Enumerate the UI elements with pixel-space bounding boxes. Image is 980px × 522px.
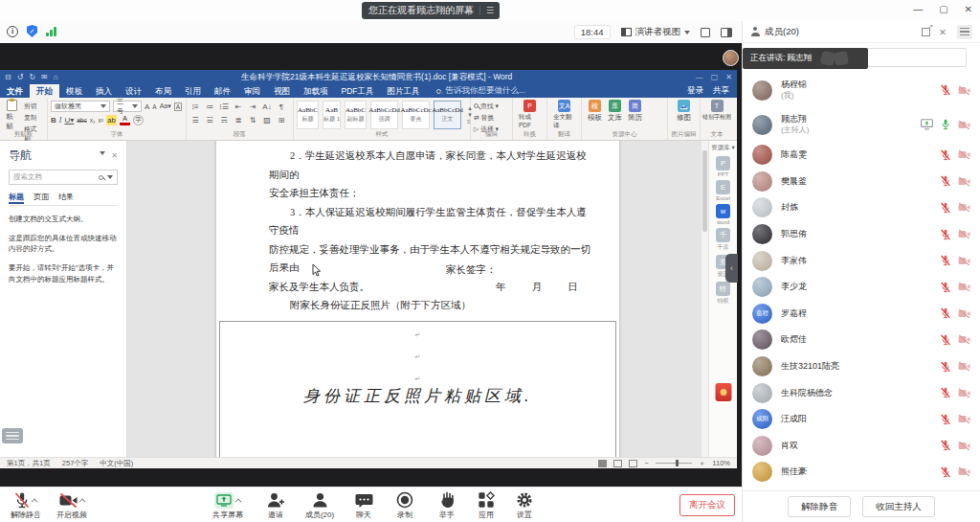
quick-access-toolbar[interactable]: ⊟ ↺ ↻ ✉ ⌂ <box>5 73 58 81</box>
member-mic-muted-icon[interactable] <box>940 282 951 293</box>
member-row-陈嘉雯[interactable]: 陈嘉雯 <box>743 142 980 169</box>
tellme-box[interactable]: 告诉我你想要做什么... <box>436 84 526 98</box>
member-row-生科院杨德念[interactable]: 生科院杨德念 <box>743 379 980 406</box>
numbering-icon[interactable]: ≔ <box>204 101 215 112</box>
mic-options-chevron[interactable] <box>32 498 38 505</box>
view-mode-selector[interactable]: 演讲者视图 <box>621 26 691 38</box>
toolbar-chat-button[interactable]: 聊天 <box>342 490 386 520</box>
undo-icon[interactable]: ↺ <box>17 73 24 81</box>
word-count[interactable]: 257个字 <box>62 459 89 468</box>
video-options-chevron[interactable] <box>78 498 85 505</box>
member-row-肖双[interactable]: 肖双 <box>743 433 980 460</box>
nav-tab-0[interactable]: 标题 <box>9 192 24 202</box>
multilevel-list-icon[interactable]: ⁝☰ <box>218 101 230 112</box>
word-tab-4[interactable]: 设计 <box>119 84 148 98</box>
word-tab-7[interactable]: 邮件 <box>208 84 237 98</box>
nav-tab-1[interactable]: 页面 <box>33 192 49 202</box>
cut-button[interactable]: 剪切 <box>24 102 42 111</box>
font-name-select[interactable]: 微软雅黑 <box>51 101 110 112</box>
borders-icon[interactable]: ⊞ <box>276 114 287 125</box>
word-tab-2[interactable]: 模板 <box>59 84 89 98</box>
member-mic-muted-icon[interactable] <box>940 414 951 425</box>
member-mic-on-icon[interactable] <box>940 119 951 130</box>
member-row-欧熠佳[interactable]: 欧熠佳 <box>743 327 980 353</box>
member-mic-muted-icon[interactable] <box>940 202 951 214</box>
share-options-chevron[interactable] <box>235 498 242 505</box>
change-case-icon[interactable]: Aa▾ <box>160 102 171 110</box>
zoom-level[interactable]: 110% <box>712 459 730 467</box>
member-mic-muted-icon[interactable] <box>940 387 951 398</box>
member-camera-off-icon[interactable] <box>958 120 970 130</box>
zoom-out-button[interactable]: − <box>644 459 648 467</box>
shrink-font-icon[interactable]: A <box>152 103 156 110</box>
member-camera-off-icon[interactable] <box>958 202 970 213</box>
security-shield-icon[interactable]: ✓ <box>27 25 37 37</box>
member-camera-off-icon[interactable] <box>958 308 970 319</box>
member-row-顾志翔[interactable]: 顾志翔(主持人) <box>743 107 980 142</box>
word-tab-11[interactable]: PDF工具 <box>335 84 381 98</box>
pane-toggle-button[interactable] <box>2 428 23 443</box>
bold-button[interactable]: B <box>51 116 56 125</box>
word-tab-12[interactable]: 图片工具 <box>381 84 427 98</box>
word-tab-10[interactable]: 加载项 <box>297 84 335 98</box>
member-row-汪成阳[interactable]: 成阳汪成阳 <box>743 406 980 433</box>
superscript-button[interactable]: x² <box>99 117 103 124</box>
template-button[interactable]: 模 模板 <box>585 100 605 131</box>
strikethrough-button[interactable]: abc <box>77 117 86 124</box>
side-tool-PPT[interactable]: P PPT <box>716 156 730 177</box>
language-indicator[interactable]: 中文(中国) <box>100 459 133 468</box>
member-mic-muted-icon[interactable] <box>940 84 951 96</box>
member-camera-off-icon[interactable] <box>958 282 970 292</box>
paste-button[interactable]: 粘贴 <box>3 100 22 131</box>
translate-button[interactable]: 文A 全文翻译 <box>550 100 578 130</box>
highlight-color-button[interactable]: ab <box>106 115 117 125</box>
bullets-icon[interactable]: ⁝≡ <box>189 101 201 112</box>
red-packet-icon[interactable] <box>715 383 731 401</box>
italic-button[interactable]: I <box>59 116 62 125</box>
sort-icon[interactable]: A↓ <box>261 101 273 112</box>
grow-font-icon[interactable]: A <box>145 102 149 111</box>
style-1[interactable]: AaB 标题 1 <box>323 101 341 129</box>
word-tab-8[interactable]: 审阅 <box>237 84 267 98</box>
banner-menu-icon[interactable]: ☰ <box>486 6 493 15</box>
toolbar-unmute-button[interactable]: 解除静音 <box>4 490 48 520</box>
close-button[interactable]: ✕ <box>965 4 972 14</box>
decrease-indent-icon[interactable]: ⇤ <box>233 101 244 112</box>
panel-menu-icon[interactable] <box>957 25 972 39</box>
member-mic-muted-icon[interactable] <box>940 255 951 266</box>
style-4[interactable]: AaBbCcDc 要点 <box>402 101 430 129</box>
side-tool-word[interactable]: w word <box>716 204 730 225</box>
align-left-icon[interactable]: ☰ <box>189 114 201 125</box>
find-button[interactable]: 查找 ▾ <box>474 102 509 111</box>
toolbar-settings-button[interactable]: 设置 <box>502 490 546 520</box>
member-row-杨程锦[interactable]: 杨程锦(我) <box>743 73 980 107</box>
side-tool-千库[interactable]: 千 千库 <box>716 228 730 252</box>
nav-options-icon[interactable] <box>100 151 105 155</box>
layout-icon[interactable] <box>721 28 732 37</box>
print-layout-icon[interactable] <box>613 460 622 467</box>
popout-panel-icon[interactable] <box>922 28 930 36</box>
member-camera-off-icon[interactable] <box>958 361 970 372</box>
member-row-封炼[interactable]: 封炼 <box>743 194 980 221</box>
toolbar-members-button[interactable]: 成员(20) <box>298 490 342 520</box>
zoom-slider[interactable] <box>656 463 692 464</box>
member-camera-off-icon[interactable] <box>958 334 970 345</box>
member-mic-muted-icon[interactable] <box>940 149 951 161</box>
member-camera-off-icon[interactable] <box>958 149 970 160</box>
line-spacing-icon[interactable]: ⇅ <box>247 114 258 125</box>
close-panel-icon[interactable]: ✕ <box>939 27 947 37</box>
member-camera-off-icon[interactable] <box>958 414 970 424</box>
toolbar-record-button[interactable]: 录制 <box>383 490 427 520</box>
align-right-icon[interactable]: ☴ <box>218 114 230 125</box>
wenku-button[interactable]: 库 文库 <box>605 100 625 131</box>
member-camera-off-icon[interactable] <box>958 85 970 96</box>
member-mic-muted-icon[interactable] <box>940 466 951 478</box>
member-row-樊晨釜[interactable]: 樊晨釜 <box>743 169 980 195</box>
member-camera-off-icon[interactable] <box>958 176 970 187</box>
member-mic-muted-icon[interactable] <box>940 361 951 373</box>
copy-button[interactable]: 复制 <box>24 113 42 123</box>
member-camera-off-icon[interactable] <box>958 229 970 239</box>
zoom-in-button[interactable]: ＋ <box>699 459 706 468</box>
replace-button[interactable]: ⇄ 替换 <box>474 113 509 123</box>
resume-button[interactable]: 简 简历 <box>625 100 645 131</box>
